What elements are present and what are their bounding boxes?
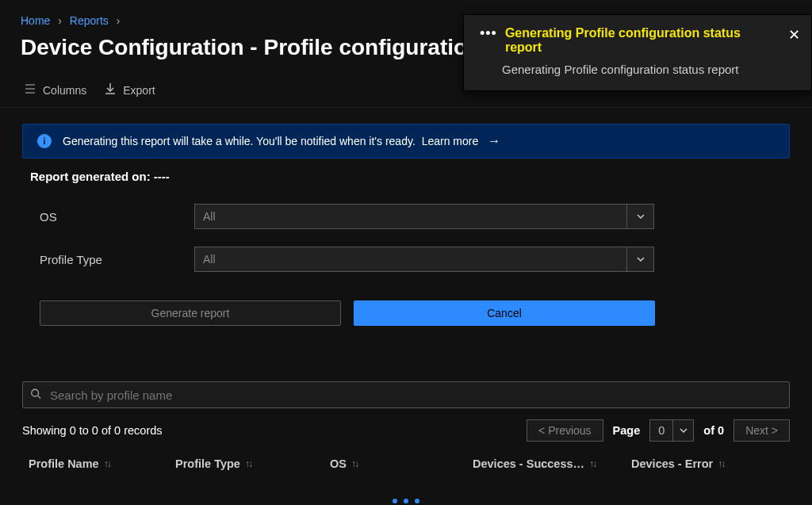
columns-icon bbox=[24, 82, 36, 98]
chevron-down-icon bbox=[672, 420, 693, 441]
page-value: 0 bbox=[650, 424, 672, 437]
report-generated-label: Report generated on: ---- bbox=[0, 170, 812, 199]
chevron-down-icon bbox=[626, 247, 653, 271]
os-filter-value: All bbox=[203, 210, 216, 223]
sort-icon: ↑↓ bbox=[245, 458, 251, 469]
column-profile-name[interactable]: Profile Name↑↓ bbox=[29, 457, 175, 470]
toast-title: Generating Profile configuration status … bbox=[505, 26, 776, 55]
search-container bbox=[22, 381, 790, 408]
close-icon[interactable]: ✕ bbox=[788, 26, 800, 44]
breadcrumb-home[interactable]: Home bbox=[21, 14, 50, 27]
chevron-right-icon: › bbox=[117, 14, 121, 27]
export-button[interactable]: Export bbox=[104, 82, 155, 98]
next-page-button: Next > bbox=[733, 419, 790, 442]
sort-icon: ↑↓ bbox=[589, 458, 596, 469]
os-filter-select[interactable]: All bbox=[194, 204, 654, 229]
profile-type-filter-value: All bbox=[203, 253, 216, 266]
profile-type-filter-select[interactable]: All bbox=[194, 247, 654, 272]
svg-line-9 bbox=[38, 396, 41, 399]
columns-button[interactable]: Columns bbox=[24, 82, 86, 98]
search-input[interactable] bbox=[22, 381, 790, 408]
previous-page-button: < Previous bbox=[527, 419, 603, 442]
export-label: Export bbox=[123, 84, 155, 97]
toast-status-icon: ••• bbox=[480, 26, 497, 40]
info-banner: i Generating this report will take a whi… bbox=[22, 124, 790, 159]
toast-body: Generating Profile configuration status … bbox=[502, 63, 776, 76]
page-of-label: of 0 bbox=[703, 424, 724, 437]
banner-text: Generating this report will take a while… bbox=[63, 135, 416, 147]
columns-label: Columns bbox=[43, 84, 86, 97]
pagination: < Previous Page 0 of 0 Next > bbox=[527, 419, 790, 442]
column-profile-type[interactable]: Profile Type↑↓ bbox=[175, 457, 330, 470]
report-generated-value: ---- bbox=[154, 170, 170, 183]
page-label: Page bbox=[613, 424, 641, 437]
column-devices-success[interactable]: Devices - Success…↑↓ bbox=[473, 457, 631, 470]
loading-indicator bbox=[393, 499, 419, 503]
records-summary: Showing 0 to 0 of 0 records bbox=[22, 424, 163, 437]
page-select[interactable]: 0 bbox=[649, 419, 694, 442]
filter-section: OS All Profile Type All bbox=[0, 199, 812, 297]
sort-icon: ↑↓ bbox=[351, 458, 358, 469]
svg-point-8 bbox=[32, 389, 39, 396]
action-buttons: Generate report Cancel bbox=[0, 297, 812, 342]
os-filter-label: OS bbox=[40, 210, 194, 224]
info-icon: i bbox=[37, 134, 52, 148]
table-header: Profile Name↑↓ Profile Type↑↓ OS↑↓ Devic… bbox=[0, 453, 812, 470]
column-devices-error[interactable]: Devices - Error↑↓ bbox=[631, 457, 774, 470]
sort-icon: ↑↓ bbox=[718, 458, 724, 469]
chevron-right-icon: › bbox=[58, 14, 62, 27]
arrow-right-icon: → bbox=[488, 134, 500, 147]
download-icon bbox=[104, 82, 117, 98]
generate-report-button: Generate report bbox=[40, 300, 341, 326]
sort-icon: ↑↓ bbox=[104, 458, 110, 469]
cancel-button[interactable]: Cancel bbox=[354, 300, 655, 326]
column-os[interactable]: OS↑↓ bbox=[330, 457, 473, 470]
breadcrumb-reports[interactable]: Reports bbox=[70, 14, 109, 27]
learn-more-link[interactable]: Learn more bbox=[422, 135, 479, 147]
profile-type-filter-label: Profile Type bbox=[40, 253, 194, 266]
toast-notification: ••• Generating Profile configuration sta… bbox=[463, 14, 812, 91]
search-icon bbox=[30, 388, 41, 402]
chevron-down-icon bbox=[626, 205, 653, 228]
